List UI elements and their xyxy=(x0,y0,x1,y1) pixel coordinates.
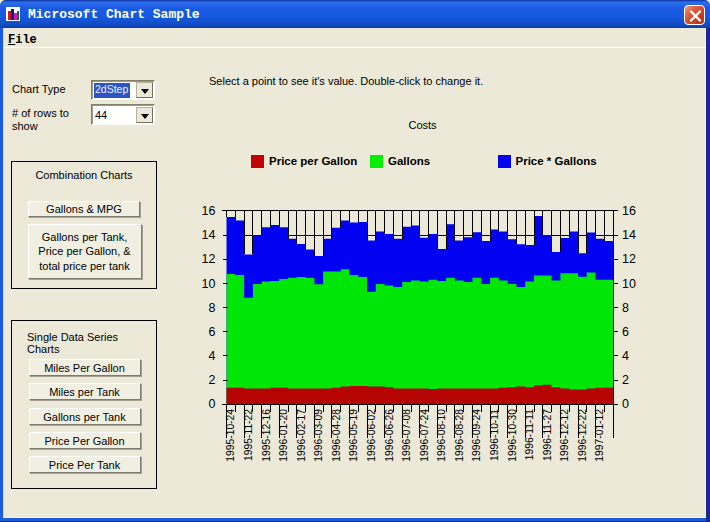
svg-text:6: 6 xyxy=(209,325,216,339)
svg-text:1996-01-20: 1996-01-20 xyxy=(278,409,289,462)
svg-text:1997-01-12: 1997-01-12 xyxy=(594,409,605,462)
svg-text:10: 10 xyxy=(622,277,636,291)
svg-text:1996-06-02: 1996-06-02 xyxy=(366,409,377,462)
svg-text:1996-09-24: 1996-09-24 xyxy=(471,409,482,462)
svg-text:12: 12 xyxy=(622,252,636,266)
svg-text:1995-11-22: 1995-11-22 xyxy=(243,409,254,461)
svg-text:1996-08-10: 1996-08-10 xyxy=(436,409,447,462)
svg-text:8: 8 xyxy=(622,301,629,315)
svg-text:1996-03-09: 1996-03-09 xyxy=(313,409,324,462)
svg-text:14: 14 xyxy=(622,228,636,242)
svg-text:0: 0 xyxy=(622,397,629,411)
svg-text:1996-06-26: 1996-06-26 xyxy=(384,409,395,462)
svg-text:16: 16 xyxy=(622,204,636,218)
svg-text:1995-10-24: 1995-10-24 xyxy=(225,409,236,462)
svg-text:1996-02-17: 1996-02-17 xyxy=(296,409,307,462)
svg-text:12: 12 xyxy=(202,252,216,266)
svg-text:10: 10 xyxy=(202,277,216,291)
svg-text:0: 0 xyxy=(209,397,216,411)
svg-text:1996-05-19: 1996-05-19 xyxy=(348,409,359,462)
svg-text:1996-07-24: 1996-07-24 xyxy=(419,409,430,462)
svg-text:1996-11-11: 1996-11-11 xyxy=(524,409,535,460)
svg-text:1996-12-22: 1996-12-22 xyxy=(577,409,588,462)
svg-text:16: 16 xyxy=(202,204,216,218)
svg-text:1995-12-16: 1995-12-16 xyxy=(261,409,272,462)
svg-text:1996-08-28: 1996-08-28 xyxy=(454,409,465,462)
svg-text:2: 2 xyxy=(622,373,629,387)
svg-text:6: 6 xyxy=(622,325,629,339)
svg-text:8: 8 xyxy=(209,301,216,315)
svg-text:1996-10-11: 1996-10-11 xyxy=(489,409,500,461)
svg-text:4: 4 xyxy=(622,349,629,363)
svg-text:14: 14 xyxy=(202,228,216,242)
svg-text:1996-11-27: 1996-11-27 xyxy=(542,409,553,461)
svg-text:1996-04-28: 1996-04-28 xyxy=(331,409,342,462)
svg-text:1996-10-30: 1996-10-30 xyxy=(507,409,518,462)
svg-text:1996-12-12: 1996-12-12 xyxy=(559,409,570,462)
svg-text:1996-07-08: 1996-07-08 xyxy=(401,409,412,462)
svg-text:4: 4 xyxy=(209,349,216,363)
svg-text:2: 2 xyxy=(209,373,216,387)
